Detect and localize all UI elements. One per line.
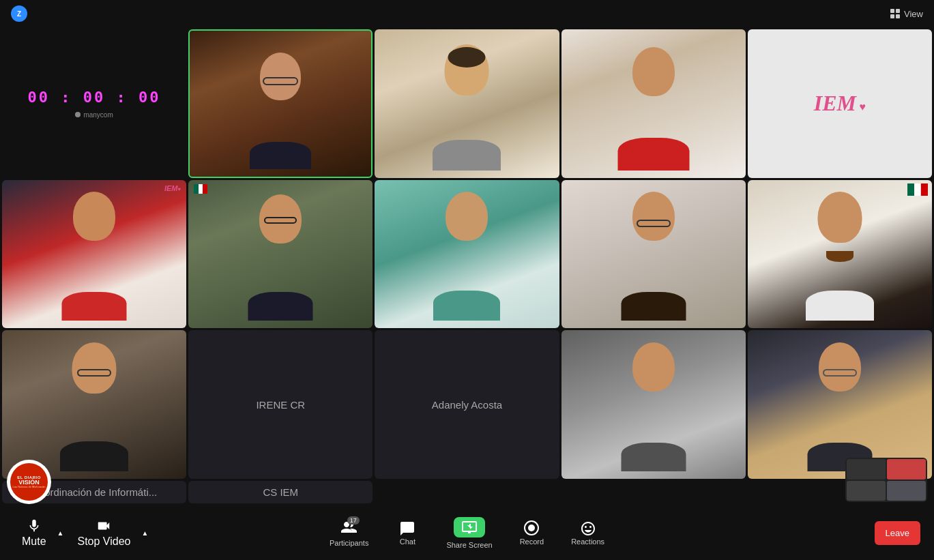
share-screen-icon — [462, 521, 477, 533]
video-tile-irene: IRENE CR — [188, 330, 373, 479]
watermark: EL DIARIO VISIÓN Las Noticias de Michoac… — [7, 460, 51, 504]
video-tile-5-iem: IEM ♥ — [748, 29, 932, 178]
video-tile-3 — [375, 29, 559, 178]
portrait-14 — [561, 330, 746, 479]
timer-display: 00 : 00 : 00 — [28, 89, 161, 106]
svg-text:Z: Z — [17, 10, 21, 18]
camera-icon — [96, 518, 111, 533]
video-tile-csiem: CS IEM — [188, 481, 373, 503]
tile-csiem-label: CS IEM — [257, 481, 304, 503]
watermark-logo: EL DIARIO VISIÓN Las Noticias de Michoac… — [10, 463, 48, 501]
participants-icon-wrap: 17 — [340, 519, 358, 537]
portrait-10 — [748, 180, 932, 329]
tile-irene-label: IRENE CR — [250, 394, 310, 416]
portrait-4 — [561, 29, 746, 178]
manycam-label: manycom — [83, 111, 113, 119]
share-screen-button[interactable]: Share Screen — [434, 512, 504, 555]
portrait-3 — [375, 29, 559, 178]
record-label: Record — [520, 537, 544, 546]
bottom-toolbar: Mute ▲ Stop Video ▲ 17 Participants — [0, 505, 934, 560]
reactions-button[interactable]: Reactions — [559, 515, 617, 551]
chat-button[interactable]: Chat — [383, 515, 431, 551]
thumb-4 — [887, 481, 926, 501]
portrait-6 — [2, 180, 186, 329]
video-grid: 00 : 00 : 00 manycom IEM — [0, 27, 934, 505]
mute-caret[interactable]: ▲ — [55, 524, 67, 542]
video-tile-1: 00 : 00 : 00 manycom — [2, 29, 186, 178]
manycam-logo: manycom — [75, 111, 113, 119]
tile-adanely-label: Adanely Acosta — [426, 394, 508, 416]
chat-icon — [399, 520, 415, 535]
view-button[interactable]: View — [890, 9, 923, 19]
video-tile-2 — [188, 29, 373, 178]
participants-badge: 17 — [347, 516, 360, 525]
video-tile-15 — [748, 330, 932, 479]
video-tile-6: IEM♥ — [2, 180, 186, 329]
share-screen-icon-wrap — [454, 517, 485, 537]
leave-button[interactable]: Leave — [875, 521, 920, 545]
video-label: Stop Video — [77, 535, 130, 548]
video-tile-9 — [561, 180, 746, 329]
thumbnail-strip — [845, 458, 927, 502]
mute-label: Mute — [22, 535, 46, 548]
iem-logo-display: IEM ♥ — [814, 91, 866, 116]
thumb-2 — [887, 459, 926, 480]
portrait-2 — [190, 31, 371, 177]
grid-view-icon — [890, 9, 900, 18]
toolbar-left-controls: Mute ▲ Stop Video ▲ — [14, 513, 151, 553]
record-button[interactable]: Record — [508, 515, 556, 551]
mute-button[interactable]: Mute — [14, 513, 55, 553]
view-label: View — [904, 9, 923, 19]
participants-label: Participants — [330, 539, 368, 547]
portrait-7 — [188, 180, 373, 329]
portrait-8 — [375, 180, 559, 329]
portrait-15 — [748, 330, 932, 479]
video-tile-4 — [561, 29, 746, 178]
video-button[interactable]: Stop Video — [69, 513, 138, 553]
portrait-9 — [561, 180, 746, 329]
reactions-icon — [580, 520, 596, 535]
video-tile-8 — [375, 180, 559, 329]
chat-label: Chat — [400, 537, 415, 546]
video-tile-11 — [2, 330, 186, 479]
participants-button[interactable]: 17 Participants — [317, 514, 381, 552]
toolbar-right: Leave — [875, 521, 920, 545]
thumb-3 — [847, 481, 886, 501]
share-screen-label: Share Screen — [446, 541, 492, 549]
video-tile-adanely: Adanely Acosta — [375, 330, 559, 479]
mic-icon — [27, 518, 42, 533]
video-tile-14 — [561, 330, 746, 479]
video-caret[interactable]: ▲ — [138, 524, 151, 542]
top-bar: Z View — [0, 0, 934, 27]
record-icon — [524, 520, 539, 535]
video-tile-10 — [748, 180, 932, 329]
portrait-11 — [2, 330, 186, 479]
watermark-brand-sub: Las Noticias de Michoacán — [12, 486, 47, 488]
mute-button-group: Mute ▲ — [14, 513, 66, 553]
video-button-group: Stop Video ▲ — [69, 513, 151, 553]
record-dot — [528, 525, 535, 531]
reactions-label: Reactions — [571, 537, 604, 546]
video-tile-7 — [188, 180, 373, 329]
thumb-1 — [847, 459, 886, 480]
toolbar-center: 17 Participants Chat Share Screen — [317, 512, 617, 555]
zoom-logo: Z — [11, 5, 27, 22]
